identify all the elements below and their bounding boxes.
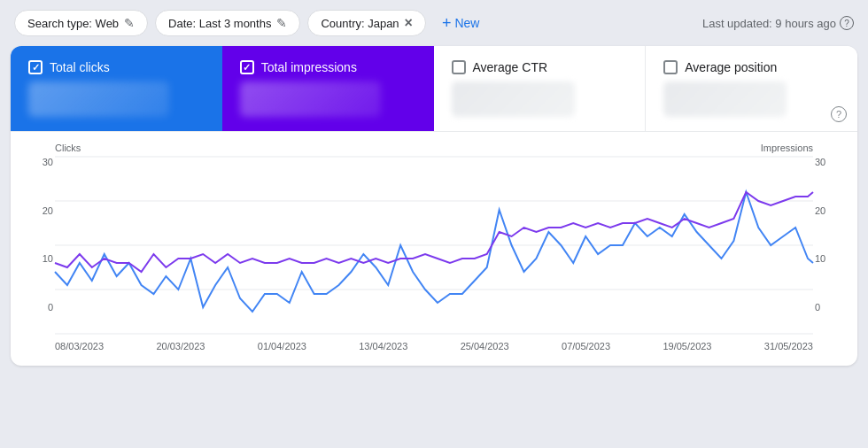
y-axis-left-title: Clicks	[55, 143, 81, 153]
metrics-row: Total clicks Total impressions Average C…	[11, 46, 857, 132]
x-label-7: 31/05/2023	[764, 341, 813, 351]
x-label-0: 08/03/2023	[55, 341, 104, 351]
checkbox-average-position[interactable]	[663, 60, 678, 74]
last-updated-help-icon[interactable]: ?	[840, 16, 854, 30]
chart-svg-wrapper	[55, 157, 813, 337]
y-label-left-30: 30	[43, 157, 53, 167]
metric-label-average-ctr: Average CTR	[473, 60, 548, 74]
metric-tab-total-impressions[interactable]: Total impressions	[222, 46, 434, 131]
filter-country[interactable]: Country: Japan ×	[307, 10, 426, 36]
top-bar: Search type: Web ✎ Date: Last 3 months ✎…	[0, 0, 868, 46]
y-label-left-10: 10	[43, 253, 53, 264]
plus-icon: +	[442, 14, 452, 33]
new-button-label: New	[454, 16, 479, 30]
metric-tab-header-position: Average position	[663, 60, 840, 74]
metric-tab-total-clicks[interactable]: Total clicks	[11, 46, 222, 131]
clicks-line	[55, 192, 813, 312]
x-label-3: 13/04/2023	[359, 341, 407, 351]
filter-search-type[interactable]: Search type: Web ✎	[14, 10, 148, 36]
last-updated-text: Last updated: 9 hours ago	[702, 17, 836, 30]
y-label-right-30: 30	[815, 157, 825, 167]
main-card: Total clicks Total impressions Average C…	[11, 46, 857, 366]
y-label-left-0: 0	[48, 302, 53, 313]
x-axis-labels: 08/03/2023 20/03/2023 01/04/2023 13/04/2…	[55, 341, 813, 351]
metric-tab-header-ctr: Average CTR	[452, 60, 628, 74]
chart-area: Clicks Impressions 30 20 10 0 30 20 10 0	[11, 132, 857, 366]
metric-value-impressions	[240, 81, 381, 117]
metric-value-ctr	[452, 81, 575, 117]
impressions-line	[55, 192, 813, 272]
close-country-icon[interactable]: ×	[405, 16, 413, 30]
metric-tab-average-position[interactable]: Average position ?	[646, 46, 857, 131]
edit-search-type-icon[interactable]: ✎	[124, 16, 135, 30]
metric-value-clicks	[28, 81, 169, 117]
new-filter-button[interactable]: + New	[433, 9, 489, 38]
metric-value-position	[663, 81, 787, 117]
x-label-4: 25/04/2023	[461, 341, 509, 351]
y-label-right-10: 10	[815, 253, 825, 264]
metric-tab-header-impressions: Total impressions	[240, 60, 416, 74]
x-label-5: 07/05/2023	[562, 341, 610, 351]
metric-help-icon[interactable]: ?	[831, 106, 847, 122]
filter-date-label: Date: Last 3 months	[168, 17, 271, 30]
metric-tab-header-clicks: Total clicks	[28, 60, 205, 74]
checkbox-total-impressions[interactable]	[240, 60, 254, 74]
metric-label-total-clicks: Total clicks	[50, 60, 110, 74]
chart-container: 30 20 10 0 30 20 10 0	[28, 157, 840, 337]
x-label-2: 01/04/2023	[258, 341, 306, 351]
metric-label-total-impressions: Total impressions	[261, 60, 357, 74]
filter-country-label: Country: Japan	[321, 17, 399, 30]
filter-date[interactable]: Date: Last 3 months ✎	[155, 10, 300, 36]
x-label-6: 19/05/2023	[663, 341, 711, 351]
metric-label-average-position: Average position	[685, 60, 777, 74]
x-label-1: 20/03/2023	[156, 341, 205, 351]
checkbox-total-clicks[interactable]	[28, 60, 43, 74]
y-label-right-20: 20	[815, 205, 825, 216]
y-label-left-20: 20	[43, 205, 53, 216]
last-updated: Last updated: 9 hours ago ?	[702, 16, 854, 30]
line-chart	[55, 157, 813, 334]
edit-date-icon[interactable]: ✎	[276, 16, 287, 30]
y-label-right-0: 0	[815, 302, 820, 313]
y-axis-right-title: Impressions	[761, 143, 813, 153]
metric-tab-average-ctr[interactable]: Average CTR	[434, 46, 647, 131]
checkbox-average-ctr[interactable]	[452, 60, 466, 74]
filter-search-type-label: Search type: Web	[27, 17, 119, 30]
